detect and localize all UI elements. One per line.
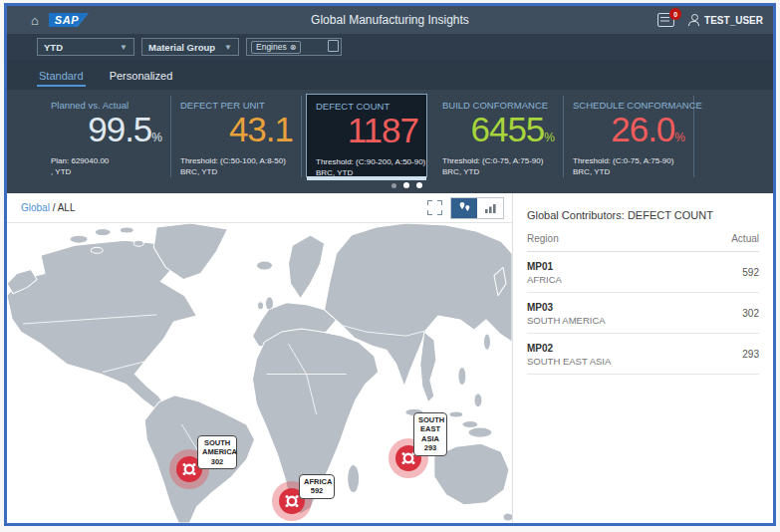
kpi-tile-planned-vs-actual[interactable]: Planned vs. Actual 99.5% Plan: 629040.00… [41,96,171,177]
kpi-value: 6455% [442,111,555,156]
user-menu[interactable]: TEST_USER [688,14,763,26]
material-group-select[interactable]: Material Group ▼ [141,38,239,56]
column-actual: Actual [731,233,759,244]
kpi-value: 26.0% [573,111,685,156]
period-select[interactable]: YTD ▼ [37,38,134,56]
fullscreen-icon[interactable] [427,200,442,215]
carousel-dot[interactable] [391,183,396,188]
view-toggle [450,197,504,219]
map-pin-icon [458,201,471,214]
material-token-input[interactable]: Engines ⊗ [246,38,342,56]
username: TEST_USER [704,15,763,26]
filter-bar: YTD ▼ Material Group ▼ Engines ⊗ [7,34,773,60]
app-window: ⌂ SAP Global Manufacturing Insights 0 TE… [4,3,776,526]
world-map-container: SOUTHAMERICA302 AFRICA592 [7,223,512,523]
person-icon [688,14,699,26]
map-section: Global / ALL [7,193,512,523]
chevron-down-icon: ▼ [120,43,128,52]
carousel-dot[interactable] [403,182,409,188]
map-label-africa: AFRICA592 [299,474,335,499]
tab-personalized[interactable]: Personalized [110,70,173,90]
kpi-tile-defect-per-unit[interactable]: DEFECT PER UNIT 43.1 Threshold: (C:50-10… [171,96,302,177]
notification-badge: 0 [669,8,681,20]
map-view-button[interactable] [451,198,477,218]
filter-token[interactable]: Engines ⊗ [251,41,301,54]
kpi-value: 43.1 [180,111,293,156]
table-row[interactable]: MP02 SOUTH EAST ASIA 293 [527,334,759,375]
bar-chart-icon [484,202,497,214]
kpi-value: 1187 [316,112,418,157]
view-tabs: Standard Personalized [7,60,773,90]
sap-logo: SAP [49,13,89,27]
home-icon[interactable]: ⌂ [31,13,39,28]
chart-view-button[interactable] [477,198,503,218]
remove-token-icon[interactable]: ⊗ [290,43,297,52]
carousel-dot[interactable] [416,182,422,188]
contributors-title: Global Contributors: DEFECT COUNT [527,209,759,221]
table-header: Region Actual [527,233,759,252]
value-help-icon[interactable] [328,42,337,52]
tab-standard[interactable]: Standard [39,70,84,90]
breadcrumb: Global / ALL [21,202,76,213]
notifications-icon[interactable]: 0 [657,13,674,27]
world-map[interactable] [7,223,512,523]
map-label-south-america: SOUTHAMERICA302 [197,435,237,469]
app-header: ⌂ SAP Global Manufacturing Insights 0 TE… [7,6,773,34]
kpi-tile-build-conformance[interactable]: BUILD CONFORMANCE 6455% Threshold: (C:0-… [433,96,564,177]
main-content: Global / ALL [7,193,773,523]
chevron-down-icon: ▼ [224,43,232,52]
kpi-value: 99.5% [51,111,162,156]
map-label-south-east-asia: SOUTHEASTASIA293 [413,412,447,456]
kpi-strip: Planned vs. Actual 99.5% Plan: 629040.00… [7,90,773,193]
table-row[interactable]: MP01 AFRICA 592 [527,252,759,293]
kpi-tile-defect-count[interactable]: DEFECT COUNT 1187 Threshold: (C:90-200, … [306,94,427,177]
column-region: Region [527,233,559,244]
map-toolbar: Global / ALL [7,193,512,223]
contributors-panel: Global Contributors: DEFECT COUNT Region… [512,193,773,523]
table-row[interactable]: MP03 SOUTH AMERICA 302 [527,293,759,334]
breadcrumb-global-link[interactable]: Global [21,202,50,213]
kpi-tile-schedule-conformance[interactable]: SCHEDULE CONFORMANCE 26.0% Threshold: (C… [564,96,694,177]
